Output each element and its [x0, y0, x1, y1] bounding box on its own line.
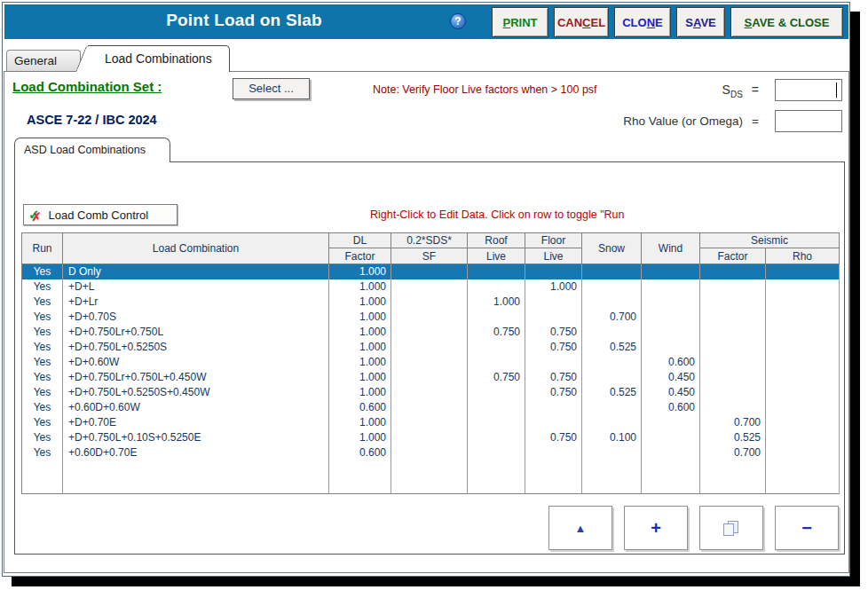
run-cell[interactable]: Yes	[22, 310, 63, 325]
factor-cell[interactable]	[700, 370, 766, 385]
factor-cell[interactable]: 0.100	[582, 430, 642, 445]
factor-cell[interactable]: 1.000	[329, 264, 391, 279]
factor-cell[interactable]	[700, 325, 766, 340]
factor-cell[interactable]	[525, 355, 582, 370]
load-combination-cell[interactable]: +D+0.750L+0.5250S+0.450W	[63, 385, 329, 400]
table-row[interactable]: Yes+D+0.750L+0.5250S+0.450W1.0000.7500.5…	[22, 385, 840, 400]
delete-row-button[interactable]: −	[775, 506, 839, 550]
move-up-button[interactable]: ▲	[548, 506, 612, 550]
factor-cell[interactable]	[582, 445, 642, 460]
factor-cell[interactable]	[582, 355, 642, 370]
print-button[interactable]: PRINT	[492, 7, 548, 37]
run-cell[interactable]: Yes	[22, 430, 63, 445]
factor-cell[interactable]	[525, 400, 582, 415]
factor-cell[interactable]: 0.700	[582, 310, 642, 325]
factor-cell[interactable]: 1.000	[329, 430, 391, 445]
factor-cell[interactable]	[391, 325, 468, 340]
factor-cell[interactable]: 1.000	[329, 340, 391, 355]
factor-cell[interactable]: 0.750	[468, 370, 525, 385]
factor-cell[interactable]	[525, 310, 582, 325]
factor-cell[interactable]	[766, 355, 840, 370]
run-cell[interactable]: Yes	[22, 325, 63, 340]
load-combination-cell[interactable]: +0.60D+0.70E	[63, 445, 329, 460]
factor-cell[interactable]	[582, 264, 642, 279]
factor-cell[interactable]	[391, 279, 468, 295]
factor-cell[interactable]	[766, 430, 840, 445]
run-cell[interactable]: Yes	[22, 279, 63, 295]
load-combination-cell[interactable]: +D+0.750Lr+0.750L+0.450W	[63, 370, 329, 385]
factor-cell[interactable]	[582, 370, 642, 385]
factor-cell[interactable]: 0.700	[700, 445, 766, 460]
factor-cell[interactable]	[582, 295, 642, 310]
factor-cell[interactable]	[525, 264, 582, 279]
factor-cell[interactable]	[642, 340, 700, 355]
factor-cell[interactable]: 0.600	[329, 400, 391, 415]
tab-asd-load-combinations[interactable]: ASD Load Combinations	[14, 138, 170, 162]
factor-cell[interactable]	[582, 325, 642, 340]
factor-cell[interactable]: 0.600	[329, 445, 391, 460]
run-cell[interactable]: Yes	[22, 264, 63, 279]
table-row[interactable]: Yes+D+L1.0001.000	[22, 279, 840, 295]
factor-cell[interactable]	[468, 310, 525, 325]
factor-cell[interactable]: 0.700	[700, 415, 766, 430]
factor-cell[interactable]	[468, 355, 525, 370]
factor-cell[interactable]	[391, 385, 468, 400]
factor-cell[interactable]	[391, 340, 468, 355]
factor-cell[interactable]: 1.000	[468, 295, 525, 310]
factor-cell[interactable]	[391, 264, 468, 279]
table-row[interactable]: Yes+0.60D+0.60W0.6000.600	[22, 400, 840, 415]
factor-cell[interactable]	[468, 340, 525, 355]
load-combination-cell[interactable]: +D+0.60W	[63, 355, 329, 370]
factor-cell[interactable]	[700, 340, 766, 355]
factor-cell[interactable]	[391, 415, 468, 430]
factor-cell[interactable]: 0.750	[525, 340, 582, 355]
table-row[interactable]: Yes+D+0.750Lr+0.750L1.0000.7500.750	[22, 325, 840, 340]
select-button[interactable]: Select ...	[233, 78, 310, 99]
factor-cell[interactable]	[700, 295, 766, 310]
save-button[interactable]: SAVE	[676, 7, 725, 37]
load-combination-cell[interactable]: +D+0.750L+0.10S+0.5250E	[63, 430, 329, 445]
load-combination-cell[interactable]: +D+0.750L+0.5250S	[63, 340, 329, 355]
factor-cell[interactable]	[766, 400, 840, 415]
clone-button[interactable]: CLONE	[614, 7, 671, 37]
factor-cell[interactable]: 1.000	[329, 325, 391, 340]
factor-cell[interactable]	[468, 385, 525, 400]
run-cell[interactable]: Yes	[22, 415, 63, 430]
factor-cell[interactable]	[468, 279, 525, 295]
factor-cell[interactable]: 0.600	[642, 400, 700, 415]
factor-cell[interactable]	[525, 445, 582, 460]
factor-cell[interactable]	[525, 415, 582, 430]
table-row[interactable]: Yes+D+0.70E1.0000.700	[22, 415, 840, 430]
table-row[interactable]: Yes+D+0.750L+0.5250S1.0000.7500.525	[22, 340, 840, 355]
run-cell[interactable]: Yes	[22, 340, 63, 355]
factor-cell[interactable]	[468, 415, 525, 430]
table-row[interactable]: Yes+0.60D+0.70E0.6000.700	[22, 445, 840, 460]
factor-cell[interactable]	[766, 340, 840, 355]
table-row[interactable]: Yes+D+0.60W1.0000.600	[22, 355, 840, 370]
load-combination-cell[interactable]: +D+L	[63, 279, 329, 295]
run-cell[interactable]: Yes	[22, 370, 63, 385]
factor-cell[interactable]: 1.000	[329, 370, 391, 385]
factor-cell[interactable]: 1.000	[329, 295, 391, 310]
factor-cell[interactable]	[642, 310, 700, 325]
factor-cell[interactable]	[642, 264, 700, 279]
sds-input[interactable]	[775, 79, 842, 101]
copy-row-button[interactable]	[699, 506, 763, 550]
table-row[interactable]: Yes+D+Lr1.0001.000	[22, 295, 840, 310]
rho-input[interactable]	[775, 110, 842, 132]
factor-cell[interactable]	[468, 430, 525, 445]
factor-cell[interactable]	[468, 445, 525, 460]
load-combination-cell[interactable]: +D+0.70S	[63, 310, 329, 325]
run-cell[interactable]: Yes	[22, 355, 63, 370]
factor-cell[interactable]: 0.750	[525, 325, 582, 340]
run-cell[interactable]: Yes	[22, 400, 63, 415]
factor-cell[interactable]: 0.525	[582, 340, 642, 355]
save-and-close-button[interactable]: SAVE & CLOSE	[730, 7, 843, 37]
factor-cell[interactable]: 0.750	[525, 370, 582, 385]
factor-cell[interactable]	[700, 279, 766, 295]
load-combination-cell[interactable]: D Only	[63, 264, 329, 279]
factor-cell[interactable]	[391, 400, 468, 415]
factor-cell[interactable]	[766, 385, 840, 400]
factor-cell[interactable]	[766, 415, 840, 430]
factor-cell[interactable]: 1.000	[525, 279, 582, 295]
